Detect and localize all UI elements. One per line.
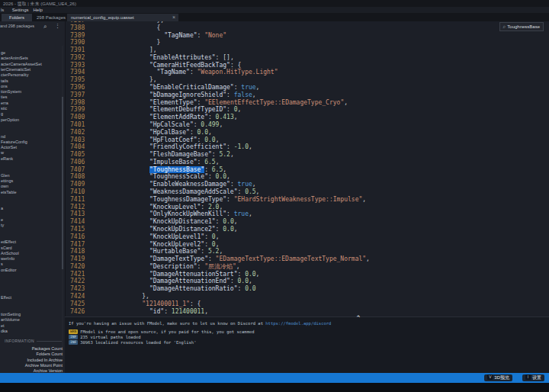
line-number: 7406 — [70, 159, 85, 166]
preview-3d-button[interactable]: V3D预览 — [484, 374, 512, 381]
code-line: 7401 "HpCalScale": 0.499, — [66, 121, 549, 129]
packages-count-text: folders and 298 packages — [0, 24, 34, 28]
tree-item[interactable]: a — [1, 206, 3, 211]
line-number: 7423 — [70, 285, 85, 293]
tree-item[interactable]: g — [1, 111, 3, 117]
line-number: 7399 — [70, 106, 85, 114]
code-line: 7407 "ToughnessBase": 6.5, — [66, 166, 549, 174]
tree-item[interactable]: ActorSet — [1, 145, 17, 150]
key-hint-icon: I — [525, 374, 531, 380]
menu-item-clipped[interactable]: ls — [1, 7, 4, 13]
find-text[interactable]: ToughnessBase — [507, 24, 540, 29]
tab-row: Folders 298 Packages numerical_config_eq… — [0, 13, 549, 21]
discord-link[interactable]: https://fmodel.app/discord — [265, 321, 331, 326]
kebab-menu-icon[interactable]: ⋮ — [55, 23, 60, 29]
line-number: 7397 — [70, 92, 85, 99]
code-line: 7404 "FriendlyCoefficient": -1.0, — [66, 143, 549, 151]
tree-item[interactable]: ty — [1, 223, 4, 228]
preview-3d-label: 3D预览 — [494, 375, 509, 380]
tree-item[interactable]: ge — [1, 50, 5, 56]
close-icon[interactable]: × — [172, 14, 175, 21]
code-line: 7412 "KnockupLevel": 2.0, — [66, 204, 549, 211]
code-line: 7402 "HpCalBase": 0.0, — [66, 129, 549, 137]
tree-item[interactable]: acterCameraAssetSet — [1, 62, 42, 67]
find-overlay[interactable]: ⌕ToughnessBase — [499, 22, 544, 31]
tree-item[interactable]: ArtSchool — [1, 251, 19, 256]
mouse-cursor: ⌃ — [355, 314, 361, 323]
tree-item[interactable]: ettings — [1, 178, 13, 184]
tree-item[interactable]: perOption — [1, 117, 19, 123]
settings-label: 设置 — [532, 375, 541, 380]
tree-item[interactable]: eRank — [1, 156, 13, 162]
tree-item[interactable]: w — [1, 150, 4, 156]
tree-item[interactable]: Effect — [1, 295, 11, 300]
tree-item[interactable]: s — [1, 262, 3, 267]
settings-button[interactable]: I设置 — [522, 374, 544, 381]
tree-item[interactable]: ties — [1, 95, 8, 100]
tree-item[interactable]: cterPersonality — [1, 72, 28, 78]
tab-folders[interactable]: Folders — [2, 14, 32, 21]
code-line: 7409 "EnableWeaknessDamage": true, — [66, 181, 549, 188]
code-line: 7397 "bDamageIgnoreShield": false, — [66, 92, 549, 99]
tree-item[interactable]: edEffect — [1, 239, 16, 245]
code-line: 7421 "DamageAttenuationStart": 0.0, — [66, 271, 549, 278]
log-level-badge: INF — [69, 340, 78, 345]
tree-scrollbar-thumb[interactable] — [62, 97, 63, 269]
tree-item[interactable]: etsTable — [1, 190, 17, 195]
tree-item[interactable]: dka — [1, 329, 8, 334]
search-icon[interactable]: ⌕ — [43, 23, 47, 31]
line-number: 7396 — [70, 84, 85, 92]
line-number: 7392 — [70, 54, 85, 62]
line-number: 7415 — [70, 226, 85, 233]
title-bar: 2026 - 提取 | 未来 (GAME_UE4_26) — [0, 0, 549, 7]
code-line: 7405 "FleshDamageBase": 5.2, — [66, 151, 549, 159]
line-number: 7421 — [70, 271, 85, 278]
document-tab-label: numerical_config_equip.uasset — [71, 15, 134, 20]
tree-item[interactable]: own — [1, 184, 8, 189]
tree-item[interactable]: tails — [1, 79, 8, 84]
code-line: 7425 "121400011_1": { — [66, 300, 549, 308]
tree-item[interactable]: artVolume — [1, 317, 20, 323]
tree-item[interactable]: erra — [1, 101, 8, 106]
tree-item[interactable]: FeatureConfig — [1, 140, 27, 145]
tree-item[interactable]: sCard — [1, 246, 12, 251]
tree-item[interactable]: Glen — [1, 173, 10, 178]
code-line: 7419 "DamageTextType": "EDamageTextType:… — [66, 255, 549, 263]
tree-item[interactable]: tionSystem — [1, 89, 21, 95]
tree-item[interactable]: onEditor — [1, 268, 17, 273]
tab-packages[interactable]: 298 Packages — [35, 14, 67, 21]
line-number: 7407 — [70, 166, 85, 174]
line-number: 7412 — [70, 204, 85, 211]
line-number: 7408 — [70, 173, 85, 181]
code-line: 7400 "ElementAddRate": 0.413, — [66, 114, 549, 121]
line-number: 7419 — [70, 255, 85, 263]
line-number: 7388 — [70, 24, 85, 32]
line-number: 7404 — [70, 143, 85, 151]
line-number: 7413 — [70, 210, 85, 218]
line-number: 7403 — [70, 137, 85, 144]
code-line: 7388 { — [66, 24, 549, 32]
info-label: Included In Archive — [27, 358, 63, 362]
line-number: 7426 — [70, 308, 85, 316]
menu-item-settings[interactable]: Settings — [12, 7, 29, 13]
line-number: 7391 — [70, 47, 85, 54]
tree-item[interactable]: ons — [1, 84, 8, 89]
line-number: 7390 — [70, 39, 85, 47]
tree-item[interactable]: et — [1, 323, 5, 329]
menu-item-help[interactable]: Help — [33, 7, 42, 13]
tree-item[interactable]: stic — [1, 106, 7, 111]
tree-item[interactable]: nd — [1, 134, 5, 140]
code-line: 7394 "TagName": "Weapon.HitType.Light" — [66, 69, 549, 76]
tree-item[interactable]: acterAnimSets — [1, 56, 28, 61]
document-tab[interactable]: numerical_config_equip.uasset × — [67, 14, 178, 21]
code-line: 7410 "WeaknessDamageAddScale": 0.5, — [66, 188, 549, 196]
code-editor[interactable]: 7387 },7388 {7389 "TagName": "None"7390 … — [65, 21, 549, 316]
log-line: INF235 virtual paths loaded — [69, 335, 141, 340]
tree-item[interactable]: terCinematicSet — [1, 67, 30, 72]
tree-item[interactable]: tionSetting — [1, 312, 21, 317]
info-label: Packages Count — [32, 346, 63, 351]
tree-item[interactable]: e — [1, 217, 3, 223]
code-line: 7403 "HpFloatCoef": 0.0, — [66, 137, 549, 144]
bottom-strip — [0, 383, 549, 392]
tree-item[interactable]: werInfo — [1, 256, 14, 262]
